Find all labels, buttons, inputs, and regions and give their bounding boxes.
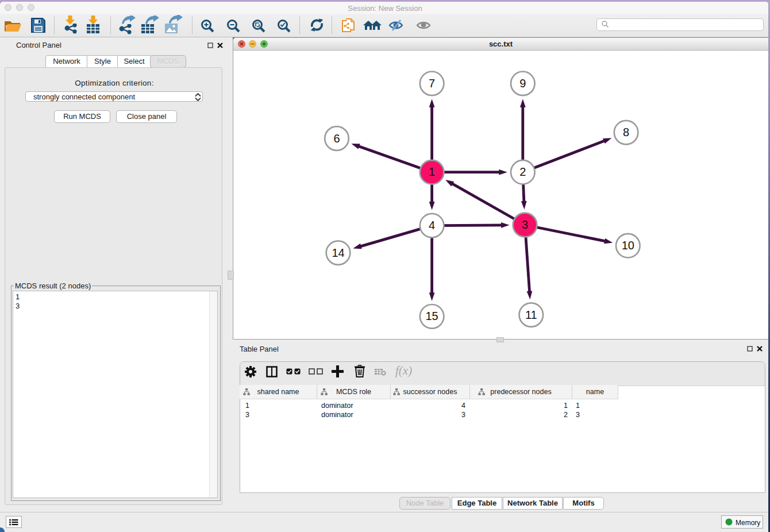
svg-text:3: 3 xyxy=(522,218,528,231)
svg-text:10: 10 xyxy=(622,239,634,252)
svg-text:11: 11 xyxy=(525,309,537,321)
svg-text:9: 9 xyxy=(519,77,526,90)
svg-text:1: 1 xyxy=(429,165,435,178)
svg-text:8: 8 xyxy=(623,126,629,138)
svg-text:6: 6 xyxy=(333,132,340,145)
svg-text:4: 4 xyxy=(429,219,435,232)
svg-text:2: 2 xyxy=(519,165,526,178)
svg-text:7: 7 xyxy=(429,77,435,90)
svg-text:14: 14 xyxy=(332,246,344,259)
svg-text:15: 15 xyxy=(425,310,438,322)
